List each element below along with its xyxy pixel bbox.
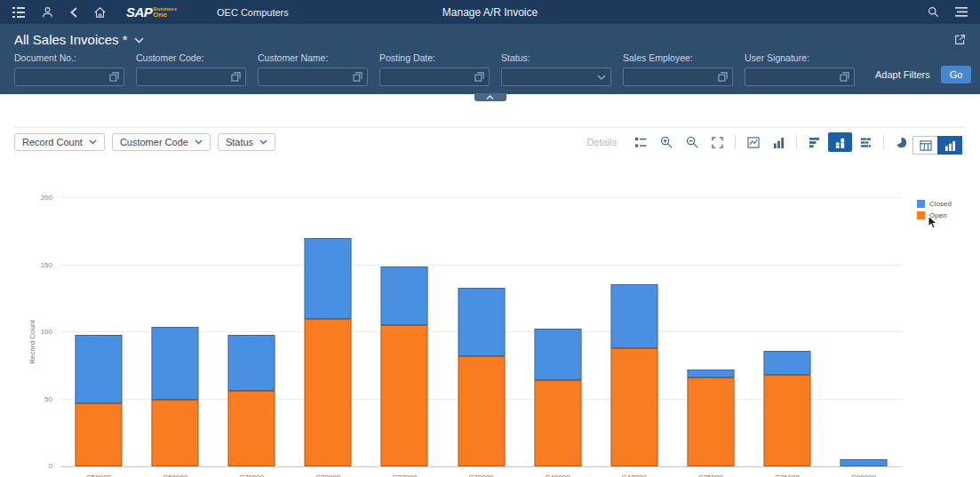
bar-segment-open[interactable]	[763, 375, 810, 466]
filter-label: Document No.:	[14, 52, 124, 63]
stacked-bar-c30000[interactable]	[458, 198, 505, 466]
legend-item-open[interactable]: Open	[917, 211, 952, 219]
filter-input-field[interactable]	[506, 72, 597, 83]
business-one-logo-text: Business One	[153, 6, 177, 19]
value-help-icon[interactable]	[474, 72, 484, 82]
value-help-icon[interactable]	[840, 72, 849, 82]
bar-segment-open[interactable]	[76, 403, 123, 466]
filter-input-field[interactable]	[385, 72, 474, 83]
stacked-bar-c60000[interactable]	[152, 198, 199, 466]
bar-segment-closed[interactable]	[840, 459, 887, 466]
bar-segment-open[interactable]	[381, 325, 428, 466]
filter-label: User Signature:	[745, 52, 855, 63]
stacked-bar-chart-type-button[interactable]	[854, 132, 878, 152]
stacked-column-chart-type-button[interactable]	[828, 132, 852, 152]
details-button[interactable]: Details	[586, 137, 617, 147]
stacked-bar-chart: Record Count 050100150200C50000C60000C70…	[0, 189, 980, 477]
filter-input-field[interactable]	[20, 72, 109, 83]
bar-slot-c40000: C40000	[520, 198, 596, 466]
horizontal-bar-chart-type-button[interactable]	[802, 132, 826, 152]
bar-segment-open[interactable]	[534, 380, 581, 466]
search-icon[interactable]	[928, 6, 939, 18]
chevron-down-icon	[89, 139, 97, 145]
filter-input-posting-date[interactable]	[379, 68, 490, 86]
filter-input-user-signature[interactable]	[745, 68, 855, 86]
value-help-icon[interactable]	[109, 72, 119, 82]
chart-view-button[interactable]	[937, 136, 962, 155]
overflow-menu-icon[interactable]	[955, 7, 968, 17]
bar-segment-closed[interactable]	[228, 335, 275, 391]
legend-item-closed[interactable]: Closed	[917, 200, 952, 208]
measure-dropdown[interactable]: Record Count	[14, 133, 105, 151]
bar-segment-closed[interactable]	[305, 238, 352, 319]
table-icon	[920, 140, 932, 151]
stacked-bar-c20000[interactable]	[305, 198, 352, 466]
bar-segment-open[interactable]	[305, 319, 352, 466]
dimension-dropdown[interactable]: Customer Code	[112, 133, 211, 151]
zoom-in-button[interactable]	[654, 132, 678, 152]
fullscreen-button[interactable]	[705, 132, 729, 152]
stacked-bar-c42000[interactable]	[610, 198, 657, 466]
app-menu-icon[interactable]	[12, 7, 25, 18]
zoom-out-button[interactable]	[680, 132, 704, 152]
value-help-icon[interactable]	[231, 72, 241, 82]
sap-logo-text: SAP	[126, 6, 152, 19]
company-name: OEC Computers	[217, 7, 289, 18]
home-icon[interactable]	[94, 7, 106, 18]
value-help-icon[interactable]	[718, 72, 728, 82]
bar-segment-closed[interactable]	[458, 288, 505, 356]
filter-input-field[interactable]	[263, 72, 353, 83]
filter-input-sales-employee[interactable]	[623, 68, 733, 86]
table-view-button[interactable]	[912, 136, 937, 155]
bar-segment-open[interactable]	[687, 378, 734, 466]
pie-chart-type-button[interactable]	[889, 132, 913, 152]
y-tick-label: 100	[41, 329, 52, 336]
stacked-bar-c23900[interactable]	[381, 198, 428, 466]
stacked-bar-c25000[interactable]	[687, 198, 734, 466]
sap-business-one-logo[interactable]: SAP Business One	[126, 6, 177, 19]
bar-slot-c70000: C70000	[213, 198, 290, 466]
line-chart-icon	[747, 137, 760, 148]
filter-select-status[interactable]	[501, 68, 611, 86]
bar-segment-closed[interactable]	[763, 351, 810, 375]
variant-selector[interactable]: All Sales Invoices *	[14, 32, 144, 47]
bar-slot-c20000: C20000	[290, 198, 366, 466]
chevron-down-icon	[195, 139, 203, 145]
adapt-filters-link[interactable]: Adapt Filters	[875, 69, 930, 80]
stacked-bar-c70000[interactable]	[228, 198, 275, 466]
collapse-filter-bar-button[interactable]	[474, 93, 506, 101]
back-icon[interactable]	[70, 7, 77, 18]
filter-field-document-no: Document No.:	[14, 52, 124, 86]
line-chart-type-button[interactable]	[741, 132, 765, 152]
bar-segment-closed[interactable]	[610, 284, 657, 348]
filter-input-customer-code[interactable]	[136, 68, 246, 86]
toolbar-separator	[735, 135, 736, 149]
bar-segment-closed[interactable]	[152, 327, 199, 400]
bar-segment-open[interactable]	[610, 348, 657, 466]
filter-input-field[interactable]	[141, 72, 231, 83]
filter-input-document-no[interactable]	[14, 68, 124, 86]
value-help-icon[interactable]	[353, 72, 363, 82]
bar-segment-closed[interactable]	[381, 266, 428, 325]
stacked-bar-c99999[interactable]	[840, 198, 887, 466]
stacked-bar-c40000[interactable]	[534, 198, 581, 466]
bar-segment-closed[interactable]	[534, 329, 581, 381]
bar-segment-open[interactable]	[458, 356, 505, 466]
bar-segment-open[interactable]	[152, 400, 199, 467]
stacked-bar-c26000[interactable]	[763, 198, 810, 466]
show-legend-button[interactable]	[628, 132, 652, 152]
bar-segment-open[interactable]	[228, 391, 275, 466]
chevron-down-icon[interactable]	[597, 75, 606, 80]
stacked-bar-c50000[interactable]	[76, 198, 123, 466]
filter-input-field[interactable]	[628, 72, 718, 83]
go-button[interactable]: Go	[941, 66, 972, 83]
bar-segment-closed[interactable]	[76, 335, 123, 403]
open-in-new-icon[interactable]	[954, 34, 966, 45]
filter-input-field[interactable]	[750, 72, 840, 83]
column-chart-type-button[interactable]	[767, 132, 791, 152]
user-icon[interactable]	[42, 6, 53, 18]
series-dropdown[interactable]: Status	[218, 133, 275, 151]
filter-label: Posting Date:	[379, 52, 490, 63]
bar-segment-closed[interactable]	[687, 370, 734, 378]
filter-input-customer-name[interactable]	[258, 68, 368, 86]
